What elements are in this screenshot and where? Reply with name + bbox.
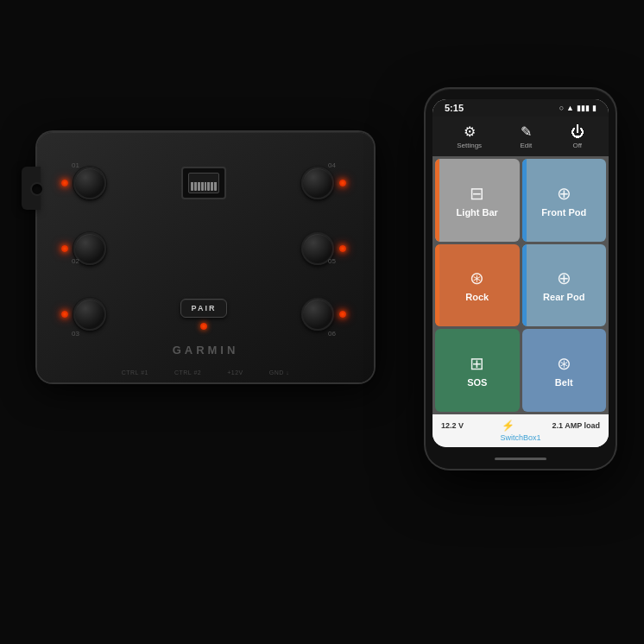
wifi-icon: ▲: [566, 104, 574, 112]
voltage-display: 12.2 V: [441, 421, 464, 430]
app-header: ⚙ Settings ✎ Edit ⏻ Off: [432, 117, 609, 156]
device-name: SwitchBox1: [441, 433, 600, 442]
sos-icon: ⊞: [470, 353, 484, 374]
battery-icon: ▮: [592, 104, 597, 112]
belt-cell[interactable]: ⊛ Belt: [522, 329, 607, 412]
led-03: [61, 311, 68, 318]
switch-grid: ⊟ Light Bar ⊕ Front Pod ⊛ Rock: [432, 156, 609, 414]
power-label: Off: [572, 142, 582, 149]
port-12v: +12V: [227, 369, 243, 376]
power-icon: ⏻: [571, 124, 584, 140]
row-label-02: 02: [72, 257, 79, 265]
switchbox-device: 01 04: [37, 132, 374, 382]
front-pod-indicator: [522, 159, 527, 242]
settings-label: Settings: [457, 142, 482, 149]
port-labels: CTRL #1 CTRL #2 +12V GND ↓: [122, 369, 290, 376]
switch-04[interactable]: [301, 167, 334, 199]
row-label-01: 01: [72, 161, 79, 169]
front-pod-label: Front Pod: [541, 207, 586, 218]
belt-icon: ⊛: [557, 353, 571, 374]
led-01: [61, 180, 68, 186]
belt-label: Belt: [555, 377, 573, 388]
switch-06[interactable]: [301, 298, 334, 331]
status-icons: ○ ▲ ▮▮▮ ▮: [559, 104, 597, 112]
row-label-03: 03: [72, 330, 79, 338]
led-05: [339, 245, 346, 252]
edit-button[interactable]: ✎ Edit: [521, 123, 533, 149]
row-label-05: 05: [328, 257, 336, 265]
pair-button[interactable]: PAIR: [180, 299, 228, 318]
ethernet-port: [181, 167, 226, 199]
signal-icon: ○: [559, 104, 564, 112]
switch-03[interactable]: [73, 298, 106, 331]
phone-footer: 12.2 V ⚡ 2.1 AMP load SwitchBox1: [432, 414, 609, 447]
rear-pod-icon: ⊕: [557, 268, 571, 288]
port-ctrl2: CTRL #2: [174, 369, 201, 376]
sos-label: SOS: [467, 377, 487, 388]
port-gnd: GND ↓: [269, 369, 290, 376]
light-bar-label: Light Bar: [457, 207, 498, 218]
smartphone: 5:15 ○ ▲ ▮▮▮ ▮ ⚙ Settings ✎ Edit: [426, 89, 616, 469]
pair-led: [200, 323, 207, 330]
phone-navbar: [426, 454, 616, 469]
front-pod-cell[interactable]: ⊕ Front Pod: [522, 159, 607, 242]
edit-icon: ✎: [521, 123, 532, 140]
network-icon: ▮▮▮: [577, 104, 590, 112]
rock-indicator: [435, 244, 439, 327]
edit-label: Edit: [521, 142, 533, 149]
light-bar-indicator: [435, 159, 439, 242]
rear-pod-cell[interactable]: ⊕ Rear Pod: [522, 244, 607, 327]
light-bar-cell[interactable]: ⊟ Light Bar: [435, 159, 520, 242]
port-ctrl1: CTRL #1: [122, 369, 148, 376]
rock-icon: ⊛: [470, 268, 484, 288]
nav-indicator: [495, 458, 546, 460]
footer-stats: 12.2 V ⚡ 2.1 AMP load: [441, 420, 600, 432]
led-06: [339, 311, 346, 318]
led-02: [61, 245, 68, 252]
mount-hole: [30, 182, 44, 196]
row-label-04: 04: [328, 161, 336, 169]
settings-icon: ⚙: [464, 123, 476, 140]
light-bar-icon: ⊟: [470, 183, 484, 204]
row-label-06: 06: [328, 330, 336, 338]
sos-cell[interactable]: ⊞ SOS: [435, 329, 520, 412]
rock-cell[interactable]: ⊛ Rock: [435, 244, 520, 327]
brand-label: GARMIN: [173, 344, 239, 357]
settings-button[interactable]: ⚙ Settings: [457, 123, 482, 149]
rear-pod-indicator: [522, 244, 527, 327]
power-button[interactable]: ⏻ Off: [571, 124, 584, 149]
phone-screen: 5:15 ○ ▲ ▮▮▮ ▮ ⚙ Settings ✎ Edit: [432, 99, 609, 447]
main-scene: 01 04: [20, 63, 624, 581]
bolt-icon: ⚡: [502, 420, 515, 432]
rear-pod-label: Rear Pod: [543, 292, 584, 302]
switch-01[interactable]: [73, 167, 106, 199]
rock-label: Rock: [465, 292, 489, 302]
led-04: [339, 180, 346, 186]
front-pod-icon: ⊕: [557, 183, 571, 204]
status-bar: 5:15 ○ ▲ ▮▮▮ ▮: [432, 99, 609, 117]
amp-display: 2.1 AMP load: [552, 421, 600, 430]
status-time: 5:15: [445, 103, 464, 113]
